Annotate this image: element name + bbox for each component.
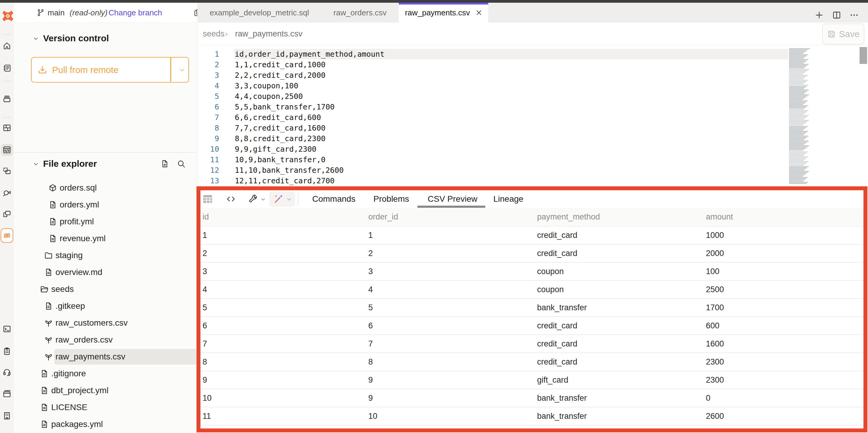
code-line-6[interactable]: 65,5,bank_transfer,1700 (197, 102, 868, 112)
organization-icon[interactable] (2, 411, 11, 420)
editor-tab-example-develop-metric-sql[interactable]: example_develop_metric.sql (197, 3, 321, 23)
code-line-5[interactable]: 54,4,coupon,2500 (197, 91, 868, 102)
search-icon[interactable] (177, 159, 186, 168)
minimap-line (789, 181, 803, 181)
minimap-line (789, 51, 806, 52)
pull-button-label: Pull from remote (52, 65, 119, 75)
table-cell: 7 (203, 335, 368, 352)
new-tab-plus-icon[interactable] (814, 10, 824, 20)
result-table-icon[interactable] (202, 193, 214, 205)
file-item-orders-yml[interactable]: orders.yml (14, 196, 197, 213)
clipboard-icon[interactable] (2, 347, 11, 356)
minimap-line (789, 95, 807, 96)
panel-tab-lineage[interactable]: Lineage (493, 190, 524, 208)
minimap-line (789, 112, 807, 113)
atom-icon[interactable] (2, 231, 11, 240)
frame-icon[interactable] (2, 167, 11, 176)
docs-book-icon[interactable] (2, 389, 11, 398)
file-item-revenue-yml[interactable]: revenue.yml (14, 230, 197, 247)
code-line-13[interactable]: 1312,11,credit_card,2700 (197, 175, 868, 186)
file-item-packages-yml[interactable]: packages.yml (14, 416, 197, 433)
code-editor[interactable]: 1id,order_id,payment_method,amount21,1,c… (197, 45, 868, 186)
file-item-seeds[interactable]: seeds (14, 281, 197, 298)
pull-from-remote-button[interactable]: Pull from remote (31, 57, 189, 83)
editor-scrollbar[interactable] (860, 47, 867, 64)
magic-wand-icon[interactable] (273, 194, 284, 204)
table-row: 1110bank_transfer2600 (200, 407, 864, 426)
code-line-12[interactable]: 1211,10,bank_transfer,2600 (197, 165, 868, 175)
file-item-dbt-project-yml[interactable]: dbt_project.yml (14, 382, 197, 399)
code-line-8[interactable]: 87,7,credit_card,1600 (197, 123, 868, 133)
chevron-down-icon[interactable] (260, 196, 267, 203)
editor-tab-raw-orders-csv[interactable]: raw_orders.csv (322, 3, 398, 23)
new-file-icon[interactable] (160, 159, 169, 168)
code-line-3[interactable]: 32,2,credit_card,2000 (197, 70, 868, 81)
code-line-2[interactable]: 21,1,credit_card,1000 (197, 59, 868, 70)
panel-tab-problems[interactable]: Problems (373, 190, 409, 208)
code-line-11[interactable]: 1110,9,bank_transfer,0 (197, 154, 868, 165)
file-doc-icon (44, 301, 53, 311)
code-line-7[interactable]: 76,6,credit_card,600 (197, 112, 868, 123)
version-control-title[interactable]: Version control (43, 33, 109, 44)
code-line-1[interactable]: 1id,order_id,payment_method,amount (197, 49, 868, 59)
file-item-raw-payments-csv[interactable]: raw_payments.csv (14, 348, 197, 365)
file-item-raw-orders-csv[interactable]: raw_orders.csv (14, 331, 197, 348)
table-cell: 2 (368, 244, 537, 262)
file-item-license[interactable]: LICENSE (14, 399, 197, 416)
chevron-down-icon[interactable] (32, 35, 39, 42)
file-explorer-title[interactable]: File explorer (43, 158, 97, 169)
dashboard-icon[interactable] (2, 123, 11, 133)
home-icon[interactable] (2, 41, 11, 50)
headset-icon[interactable] (2, 368, 11, 377)
activity-bar-divider (2, 34, 12, 35)
build-wrench-icon[interactable] (248, 194, 258, 204)
file-item--gitkeep[interactable]: .gitkeep (14, 298, 197, 315)
query-search-icon[interactable] (2, 188, 11, 197)
chevron-down-icon[interactable] (176, 66, 188, 74)
split-editor-icon[interactable] (832, 10, 841, 20)
table-cell: 2 (203, 244, 368, 262)
panel-tab-csv-preview[interactable]: CSV Preview (428, 190, 477, 208)
windows-icon[interactable] (2, 209, 11, 219)
code-line-9[interactable]: 98,8,credit_card,2300 (197, 133, 868, 144)
table-cell: 600 (706, 317, 864, 335)
line-content: 11,10,bank_transfer,2600 (235, 165, 344, 175)
breadcrumb-folder[interactable]: seeds (203, 23, 224, 45)
close-icon[interactable] (475, 9, 483, 17)
file-item-profit-yml[interactable]: profit.yml (14, 213, 197, 230)
file-item-overview-md[interactable]: overview.md (14, 264, 197, 281)
folder-icon (44, 251, 53, 260)
code-window-icon[interactable] (2, 145, 11, 154)
minimap-line (789, 127, 806, 128)
minimap-line (789, 132, 807, 133)
minimap-line (789, 104, 803, 105)
chevron-down-icon[interactable] (32, 161, 39, 168)
minimap-line (789, 182, 808, 183)
code-line-10[interactable]: 109,9,gift_card,2300 (197, 144, 868, 154)
notebook-icon[interactable] (2, 64, 11, 73)
table-row: 1211credit_card2700 (200, 426, 864, 429)
file-item--gitignore[interactable]: .gitignore (14, 365, 197, 382)
editor-tab-raw-payments-csv[interactable]: raw_payments.csv (399, 3, 488, 23)
archive-icon[interactable] (2, 94, 11, 104)
minimap[interactable] (787, 48, 821, 184)
terminal-icon[interactable] (2, 324, 11, 334)
file-item-orders-sql[interactable]: orders.sql (14, 179, 197, 196)
table-cell: 8 (203, 353, 368, 371)
line-content: 1,1,credit_card,1000 (235, 59, 326, 70)
file-item-raw-customers-csv[interactable]: raw_customers.csv (14, 315, 197, 331)
table-cell: 10 (368, 407, 537, 425)
panel-tab-commands[interactable]: Commands (312, 190, 355, 208)
table-cell: 1 (368, 227, 537, 244)
file-item-staging[interactable]: staging (14, 247, 197, 264)
table-cell: 3 (368, 263, 537, 280)
dbt-logo-icon[interactable] (1, 10, 14, 22)
compiled-code-icon[interactable] (226, 194, 236, 204)
minimap-line (789, 65, 807, 66)
file-item-label: raw_orders.csv (56, 335, 113, 345)
chevron-down-icon[interactable] (286, 196, 292, 203)
ellipsis-menu-icon[interactable] (849, 10, 859, 20)
change-branch-link[interactable]: Change branch (108, 8, 162, 18)
save-button[interactable]: Save (822, 24, 864, 45)
code-line-4[interactable]: 43,3,coupon,100 (197, 81, 868, 91)
